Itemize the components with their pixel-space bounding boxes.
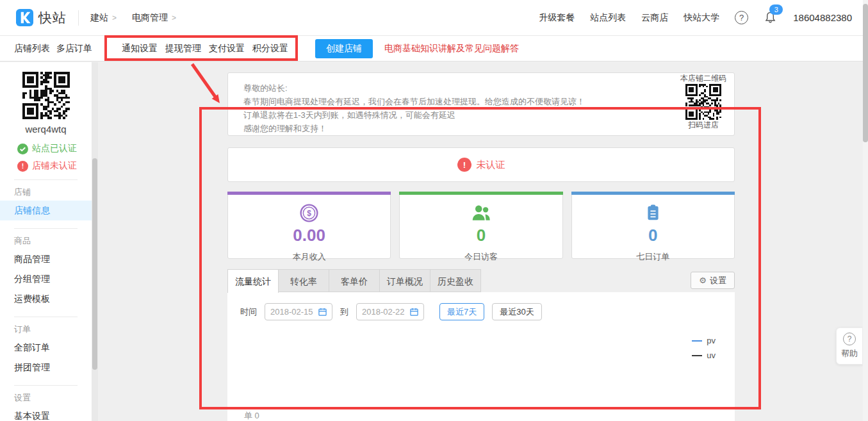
sidebar-item-basic-settings[interactable]: 基本设置 — [0, 406, 92, 421]
floating-help-button[interactable]: ? 帮助 — [836, 327, 863, 365]
exclamation-circle-icon: ! — [17, 161, 28, 172]
sidebar-item-all-orders[interactable]: 全部订单 — [0, 338, 92, 358]
subnav-shop-list[interactable]: 店铺列表 — [14, 40, 50, 57]
tab-avg-order-value[interactable]: 客单价 — [329, 269, 380, 292]
sidebar-divider — [14, 228, 78, 229]
sub-navigation: 店铺列表 多店订单 通知设置 提现管理 支付设置 积分设置 创建店铺 电商基础知… — [0, 36, 868, 62]
notification-bell-icon[interactable]: 3 — [764, 11, 778, 25]
header-divider — [78, 10, 79, 26]
ecommerce-faq-link[interactable]: 电商基础知识讲解及常见问题解答 — [384, 43, 519, 54]
uv-line-swatch — [692, 355, 702, 356]
breadcrumb-ecommerce[interactable]: 电商管理> — [132, 12, 176, 24]
sidebar-divider — [14, 385, 78, 386]
subnav-tab-withdraw-management[interactable]: 提现管理 — [165, 40, 201, 57]
gear-icon: ⚙ — [699, 276, 707, 285]
coin-dollar-icon: $ — [299, 202, 320, 224]
date-from-input[interactable] — [265, 303, 332, 320]
site-code-label: werq4wtq — [0, 124, 92, 135]
help-icon[interactable]: ? — [735, 11, 748, 24]
tab-history-revenue[interactable]: 历史盈收 — [430, 269, 481, 292]
check-circle-icon — [17, 144, 28, 154]
breadcrumb: 建站> 电商管理> — [90, 12, 176, 24]
tab-traffic-stats[interactable]: 流量统计 — [227, 269, 279, 293]
breadcrumb-site-builder[interactable]: 建站> — [90, 12, 117, 24]
nav-kuaizhan-college[interactable]: 快站大学 — [684, 12, 719, 24]
today-visitors-value: 0 — [400, 226, 562, 245]
sidebar-scrollbar — [92, 62, 98, 421]
analytics-tabs-row: 流量统计 转化率 客单价 订单概况 历史盈收 ⚙ 设置 — [227, 269, 735, 292]
stat-card-today-visitors: 0 今日访客 — [399, 192, 562, 259]
subnav-multi-shop-orders[interactable]: 多店订单 — [56, 40, 92, 57]
shop-qr-title: 本店铺二维码 — [674, 74, 733, 83]
nav-upgrade-plan[interactable]: 升级套餐 — [539, 12, 575, 24]
app-screen: 快站 建站> 电商管理> 升级套餐 站点列表 云商店 快站大学 ? 3 1860… — [0, 0, 868, 421]
sidebar-item-goods-management[interactable]: 商品管理 — [0, 249, 92, 269]
legend-item-uv[interactable]: uv — [692, 351, 716, 360]
date-to-value[interactable] — [362, 307, 409, 317]
stat-card-monthly-revenue: $ 0.00 本月收入 — [227, 192, 391, 259]
legend-item-pv[interactable]: pv — [692, 336, 716, 345]
week-orders-label: 七日订单 — [572, 251, 734, 263]
notice-line-4: 感谢您的理解和支持！ — [243, 122, 664, 135]
shop-qr-caption: 扫码进店 — [674, 120, 733, 130]
subnav-settings-tabs: 通知设置 提现管理 支付设置 积分设置 — [122, 40, 288, 57]
sidebar-divider — [14, 179, 78, 180]
monthly-revenue-label: 本月收入 — [228, 251, 390, 263]
pv-line-swatch — [692, 340, 702, 342]
visitors-people-icon — [470, 204, 492, 222]
calendar-icon — [410, 308, 418, 316]
stat-card-accent-bar — [571, 192, 735, 195]
shop-qr-code — [685, 84, 721, 120]
sidebar-section-settings: 设置 — [0, 390, 92, 406]
sidebar-item-shop-info[interactable]: 店铺信息 — [0, 201, 92, 220]
sidebar-scrollbar-thumb[interactable] — [92, 158, 97, 370]
kuaizhan-logo[interactable]: 快站 — [16, 9, 67, 27]
notice-line-3: 订单退款将在1-3天内到账，如遇特殊情况，可能会有延迟 — [243, 108, 664, 122]
week-orders-value: 0 — [572, 226, 734, 245]
stat-card-accent-bar — [399, 192, 562, 195]
orders-notepad-icon — [644, 204, 662, 222]
header-right-nav: 升级套餐 站点列表 云商店 快站大学 ? 3 18604882380 — [539, 11, 852, 25]
last-7-days-button[interactable]: 最近7天 — [439, 303, 484, 320]
today-visitors-label: 今日访客 — [400, 251, 562, 263]
tab-order-overview[interactable]: 订单概况 — [379, 269, 430, 292]
shop-unverified-badge: ! 店铺未认证 — [17, 160, 92, 172]
date-filters: 时间 到 最近7天 最近30天 — [227, 292, 735, 320]
chart-legend: pv uv — [692, 336, 716, 360]
notice-box: 尊敬的站长: 春节期间电商提现处理会有延迟，我们会在春节后加速处理提现。给您造成… — [227, 72, 735, 136]
subnav-tab-points-settings[interactable]: 积分设置 — [252, 40, 288, 57]
chart-settings-button[interactable]: ⚙ 设置 — [691, 272, 735, 289]
sidebar-item-shipping-template[interactable]: 运费模板 — [0, 289, 92, 309]
sidebar-divider — [14, 317, 78, 317]
subnav-tab-notice-settings[interactable]: 通知设置 — [122, 40, 158, 57]
question-mark-icon: ? — [843, 333, 856, 345]
kuaizhan-logo-icon — [16, 9, 33, 26]
site-verified-badge: 站点已认证 — [17, 143, 92, 154]
date-to-input[interactable] — [356, 303, 424, 320]
subnav-tab-payment-settings[interactable]: 支付设置 — [209, 40, 245, 57]
chevron-right-icon: > — [172, 13, 176, 22]
auth-status-banner: ! 未认证 — [227, 147, 735, 182]
date-from-value[interactable] — [270, 307, 318, 317]
annotation-red-arrow — [186, 60, 227, 110]
main-content: 尊敬的站长: 春节期间电商提现处理会有延迟，我们会在春节后加速处理提现。给您造成… — [227, 72, 735, 421]
page-scrollbar — [863, 0, 868, 421]
sidebar-item-group-buy-management[interactable]: 拼团管理 — [0, 358, 92, 377]
nav-site-list[interactable]: 站点列表 — [590, 12, 626, 24]
chart-axis-clipped-text: 单 0 — [244, 410, 259, 421]
sidebar-item-group-management[interactable]: 分组管理 — [0, 269, 92, 289]
auth-status-text[interactable]: 未认证 — [477, 159, 505, 171]
create-shop-button[interactable]: 创建店铺 — [315, 39, 373, 58]
notice-line-2: 春节期间电商提现处理会有延迟，我们会在春节后加速处理提现。给您造成的不便敬请见谅… — [243, 95, 664, 108]
nav-cloud-shop[interactable]: 云商店 — [641, 12, 668, 24]
sidebar-qr-code — [22, 72, 70, 119]
floating-help-label: 帮助 — [841, 348, 858, 359]
tab-conversion-rate[interactable]: 转化率 — [278, 269, 329, 292]
page-scrollbar-thumb[interactable] — [863, 4, 868, 142]
sidebar-section-shop: 店铺 — [0, 184, 92, 201]
account-phone[interactable]: 18604882380 — [793, 12, 852, 23]
last-30-days-button[interactable]: 最近30天 — [492, 303, 541, 320]
shop-qr-panel: 本店铺二维码 扫码进店 — [674, 74, 733, 135]
notice-line-1: 尊敬的站长: — [243, 81, 664, 95]
sidebar-section-orders: 订单 — [0, 321, 92, 338]
